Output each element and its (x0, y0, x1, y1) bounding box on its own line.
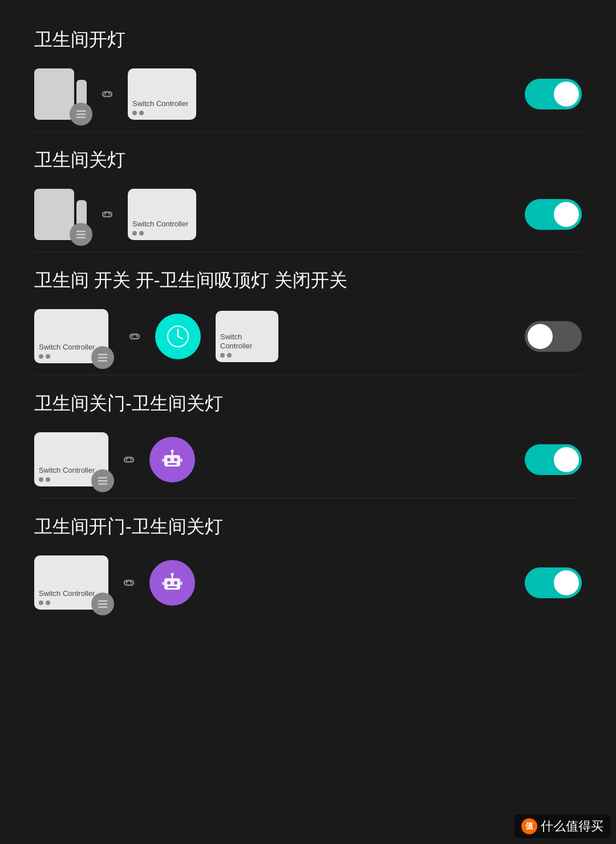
chain-link-icon-3 (124, 330, 145, 343)
device-dots-3 (39, 354, 50, 359)
robot-face-icon (160, 447, 185, 472)
automation-title-1: 卫生间开灯 (34, 27, 582, 52)
chain-link-icon (97, 87, 117, 101)
trigger-device-3[interactable]: Switch Controller (34, 309, 108, 363)
scene-icon-3[interactable] (155, 314, 201, 359)
menu-lines-icon-4 (96, 474, 109, 487)
trigger-label-5: Switch Controller (39, 589, 95, 598)
toggle-4[interactable] (525, 444, 582, 475)
svg-rect-7 (98, 357, 108, 358)
action-label-2: Switch Controller (132, 220, 188, 229)
trigger-device-1[interactable] (34, 68, 87, 120)
menu-badge-5[interactable] (91, 593, 114, 615)
automation-item-5: 卫生间开门-卫生间关灯 Switch Controller (34, 498, 582, 621)
svg-point-15 (174, 458, 177, 461)
toggle-1[interactable] (525, 79, 582, 109)
automation-title-2: 卫生间关灯 (34, 148, 582, 173)
robot-icon-5[interactable] (149, 560, 195, 606)
toggle-3[interactable] (525, 321, 582, 352)
watermark: 值 什么值得买 (514, 814, 610, 838)
action-label-1: Switch Controller (132, 99, 188, 108)
automation-list: 卫生间开灯 (0, 0, 616, 632)
svg-rect-30 (162, 582, 164, 585)
svg-rect-16 (168, 463, 177, 465)
robot-face-icon-2 (160, 570, 185, 595)
svg-point-14 (167, 458, 171, 461)
automation-row-5: Switch Controller (34, 555, 582, 610)
menu-lines-icon-3 (96, 351, 109, 364)
svg-point-18 (171, 449, 174, 452)
link-icon-1 (96, 87, 119, 101)
menu-badge-1[interactable] (70, 103, 92, 125)
dot-8 (227, 353, 232, 358)
dot-7 (220, 353, 225, 358)
automation-row-3: Switch Controller (34, 309, 582, 363)
watermark-icon: 值 (521, 818, 537, 834)
automation-row-1: Switch Controller (34, 68, 582, 120)
dot-12 (46, 600, 50, 605)
action-device-2[interactable]: Switch Controller (128, 189, 196, 240)
toggle-2[interactable] (525, 199, 582, 230)
chain-link-icon-4 (119, 453, 139, 466)
switch-main-1 (34, 68, 74, 120)
svg-rect-0 (76, 111, 86, 112)
menu-lines-icon-5 (96, 598, 109, 610)
watermark-text: 什么值得买 (541, 818, 603, 835)
device-dots-2 (132, 231, 144, 236)
svg-rect-11 (98, 480, 108, 481)
svg-point-26 (174, 581, 177, 585)
automation-title-3: 卫生间 开关 开-卫生间吸顶灯 关闭开关 (34, 268, 582, 293)
toggle-knob-4 (554, 447, 579, 472)
chain-link-icon-2 (97, 208, 117, 221)
svg-rect-27 (168, 586, 177, 588)
dot-10 (46, 477, 50, 482)
dot-2 (139, 111, 144, 115)
link-icon-5 (117, 576, 140, 590)
device-dots-1 (132, 111, 144, 115)
toggle-knob-5 (554, 570, 579, 595)
svg-rect-10 (98, 477, 108, 478)
svg-rect-1 (76, 113, 86, 115)
svg-point-29 (171, 573, 174, 575)
automation-item-3: 卫生间 开关 开-卫生间吸顶灯 关闭开关 Switch Controller (34, 252, 582, 375)
svg-rect-6 (98, 354, 108, 355)
menu-badge-2[interactable] (70, 223, 92, 246)
automation-title-4: 卫生间关门-卫生间关灯 (34, 391, 582, 416)
svg-point-25 (167, 581, 171, 585)
trigger-device-4[interactable]: Switch Controller (34, 432, 108, 486)
svg-rect-4 (76, 234, 86, 235)
switch-main-2 (34, 189, 74, 240)
device-dots-4 (220, 353, 232, 358)
toggle-5[interactable] (525, 567, 582, 598)
dot-11 (39, 600, 43, 605)
svg-rect-3 (76, 231, 86, 232)
device-dots-5 (39, 477, 50, 482)
link-icon-3 (123, 330, 146, 343)
svg-rect-22 (98, 603, 108, 604)
automation-item-4: 卫生间关门-卫生间关灯 Switch Controller (34, 375, 582, 498)
robot-icon-4[interactable] (149, 437, 195, 482)
svg-rect-31 (180, 582, 183, 585)
dot-9 (39, 477, 43, 482)
action-device-1[interactable]: Switch Controller (128, 68, 196, 120)
dot-5 (39, 354, 43, 359)
dot-1 (132, 111, 137, 115)
automation-title-5: 卫生间开门-卫生间关灯 (34, 514, 582, 539)
svg-rect-21 (98, 600, 108, 602)
automation-row-4: Switch Controller (34, 432, 582, 486)
automation-item-2: 卫生间关灯 (34, 132, 582, 252)
devices-section-2: Switch Controller (34, 189, 196, 240)
devices-section-3: Switch Controller (34, 309, 278, 363)
devices-section-1: Switch Controller (34, 68, 196, 120)
trigger-device-5[interactable]: Switch Controller (34, 555, 108, 610)
trigger-label-3: Switch Controller (39, 343, 95, 352)
action-device-3[interactable]: Switch Controller (216, 311, 278, 362)
trigger-device-2[interactable] (34, 189, 87, 240)
link-icon-4 (117, 453, 140, 466)
menu-badge-4[interactable] (91, 469, 114, 492)
svg-rect-12 (98, 484, 108, 485)
dot-4 (139, 231, 144, 236)
menu-badge-3[interactable] (91, 346, 114, 369)
toggle-knob-2 (554, 202, 579, 227)
dot-3 (132, 231, 137, 236)
